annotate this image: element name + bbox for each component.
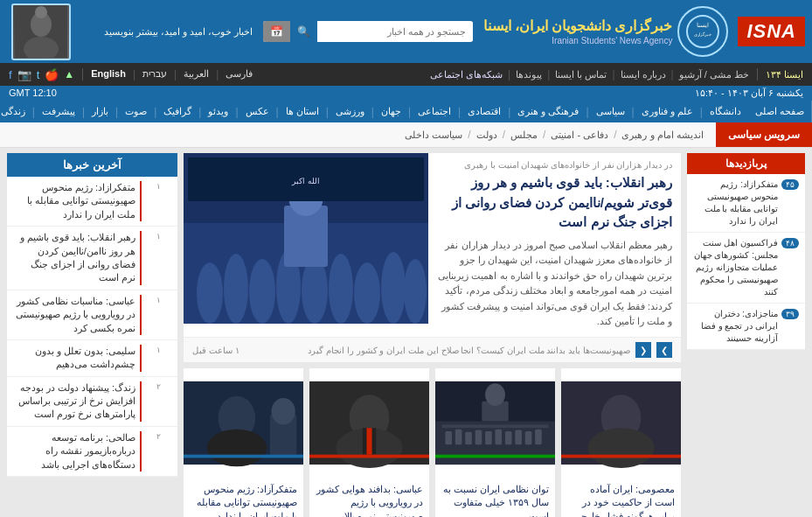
nav-life[interactable]: زندگی — [0, 101, 32, 122]
svg-rect-30 — [455, 430, 462, 445]
nav-graphic[interactable]: گرافیک — [156, 101, 198, 122]
news-item-6[interactable]: ۲ صالحی: برنامه توسعه درباره‌بازیمور نقش… — [7, 427, 177, 477]
news-item-1[interactable]: ۱ متفکرازاد: رژیم منحوس صهیونیستی توانای… — [7, 177, 177, 227]
card-1: معصومی: ایران آماده است از حاکمیت خود در… — [561, 368, 681, 517]
nav-photo[interactable]: عکس — [239, 101, 276, 122]
nav-contact[interactable]: تماس با ایسنا — [555, 69, 607, 80]
lang-hebrew[interactable]: עברית — [142, 68, 167, 80]
svg-point-17 — [404, 259, 427, 324]
separator-2: / — [543, 129, 545, 141]
twitter-icon[interactable]: t — [37, 68, 40, 81]
news-item-4[interactable]: ۱ سلیمی: بدون تعلل و بدون چشم‌داشت می‌ده… — [7, 340, 177, 377]
svg-rect-46 — [366, 428, 371, 454]
gmt-time: GMT 12:10 — [9, 87, 57, 99]
lang-english[interactable]: English — [91, 68, 126, 80]
popular-count-1: ۴۵ — [781, 179, 799, 190]
news-text-5: زندگ: پیشنهاد دولت در بودجه افزایش نرخ ا… — [14, 381, 135, 422]
nav-economy[interactable]: اقتصادی — [461, 101, 508, 122]
news-item-2[interactable]: ۱ رهبر انقلاب: باید قوی باشیم و هر روز ن… — [7, 227, 177, 290]
logo-text-area: خبرگزاری دانشجویان ایران، ایسنا Iranian … — [483, 17, 672, 45]
news-text-6: صالحی: برنامه توسعه درباره‌بازیمور نقشه … — [14, 431, 135, 472]
breadcrumb-5[interactable]: سیاست داخلی — [399, 125, 468, 145]
nav-university[interactable]: دانشگاه — [703, 101, 748, 122]
breadcrumb-1[interactable]: اندیشه امام و رهبری — [616, 125, 708, 145]
news-time-2: ۱ — [146, 231, 170, 285]
featured-title[interactable]: رهبر انقلاب: باید قوی باشیم و هر روز قوی… — [437, 173, 672, 233]
nav-world[interactable]: جهان — [374, 101, 408, 122]
svg-rect-28 — [442, 424, 549, 428]
nav-social[interactable]: اجتماعی — [411, 101, 458, 122]
time-bar: GMT 12:10 یکشنبه ۶ آبان ۱۴۰۳ - ۱۵:۴۰ — [0, 86, 812, 101]
popular-count-3: ۳۹ — [781, 309, 799, 319]
svg-point-52 — [271, 398, 295, 424]
svg-point-14 — [329, 254, 353, 324]
nav-culture[interactable]: فرهنگی و هنری — [510, 101, 586, 122]
agency-persian-text: خبرگزاری دانشجویان ایران، ایسنا — [483, 17, 672, 34]
lang-links: فارسی | العربیة | עברית | English — [91, 68, 253, 80]
persian-date: یکشنبه ۶ آبان ۱۴۰۳ - ۱۵:۴۰ — [695, 87, 803, 99]
svg-point-24 — [587, 428, 654, 468]
facebook-icon[interactable]: f — [9, 68, 12, 81]
nav-about[interactable]: درباره ایسنا — [621, 69, 666, 80]
svg-text:ایسنا: ایسنا — [697, 22, 709, 29]
search-input[interactable] — [317, 22, 473, 41]
next-arrow[interactable]: ❮ — [635, 342, 651, 358]
nav-market[interactable]: بازار — [85, 101, 115, 122]
popular-item-1[interactable]: ۴۵ متفکرازاد: رژیم منحوس صهیونیستی توانا… — [687, 174, 805, 233]
featured-footer: ❯ ❮ صهیونیست‌ها باید بدانند ملت ایران کی… — [184, 337, 681, 362]
nav-pivendha[interactable]: پیوندها — [516, 69, 542, 80]
svg-point-13 — [302, 257, 328, 324]
nav-politics[interactable]: سیاسی — [589, 101, 632, 122]
svg-point-11 — [249, 259, 275, 324]
nav-science[interactable]: علم و فناوری — [635, 101, 700, 122]
nav-provinces[interactable]: استان ها — [279, 101, 326, 122]
popular-item-2[interactable]: ۴۸ فراکسیون اهل سنت مجلس: کشورهای جهان ع… — [687, 233, 805, 304]
card-1-image — [561, 368, 681, 478]
featured-summary: رهبر معظم انقلاب اسلامی صبح امروز در دید… — [437, 238, 672, 331]
card-3: عباسی: بدافند هوایی کشور در رویارویی با … — [309, 368, 429, 517]
calendar-icon[interactable]: 📅 — [263, 21, 290, 42]
apple-icon[interactable]: 🍎 — [45, 68, 59, 81]
news-item-3[interactable]: ۱ عباسی: مناسبات نظامی کشور در رویارویی … — [7, 290, 177, 340]
svg-text:خبرگزاری: خبرگزاری — [694, 31, 711, 38]
lang-farsi[interactable]: فارسی — [226, 68, 253, 80]
nav-audio[interactable]: صوت — [118, 101, 154, 122]
top-header: ISNA ایسنا خبرگزاری خبرگزاری دانشجویان ا… — [0, 0, 812, 63]
instagram-icon[interactable]: 📷 — [17, 68, 31, 81]
breadcrumb-4[interactable]: دولت — [471, 125, 503, 145]
card-3-title[interactable]: عباسی: بدافند هوایی کشور در رویارویی با … — [309, 478, 429, 517]
news-item-5[interactable]: ۲ زندگ: پیشنهاد دولت در بودجه افزایش نرخ… — [7, 377, 177, 427]
header-search-area: 🔍 📅 — [253, 21, 483, 42]
card-2-title[interactable]: توان نظامی ایران نسبت به سال ۱۳۵۹ خیلی م… — [435, 478, 555, 517]
popular-text-3: مناجزادی: دختران ایرانی در تجمع و فضا آز… — [693, 308, 778, 345]
active-section-badge[interactable]: سرویس سیاسی — [716, 122, 812, 147]
nav-main[interactable]: صفحه اصلی — [748, 101, 812, 122]
search-icon[interactable]: 🔍 — [290, 21, 317, 42]
featured-label: در دیدار هزاران نفر از خانواده‌های شهیدا… — [437, 160, 672, 170]
prev-arrow[interactable]: ❯ — [656, 342, 672, 358]
nav-video[interactable]: ویدئو — [201, 101, 235, 122]
popular-item-3[interactable]: ۳۹ مناجزادی: دختران ایرانی در تجمع و فضا… — [687, 304, 805, 350]
svg-point-50 — [207, 430, 267, 467]
nav-policy[interactable]: خط مشی / آرشیو — [679, 69, 749, 80]
lang-arabic[interactable]: العربیة — [184, 68, 209, 80]
logo-icon: ایسنا خبرگزاری — [677, 6, 728, 57]
svg-point-6 — [35, 6, 47, 18]
nav-sports[interactable]: ورزشی — [329, 101, 371, 122]
breadcrumb-3[interactable]: مجلس — [505, 125, 543, 145]
svg-rect-34 — [496, 430, 503, 445]
separator-1: / — [614, 129, 616, 141]
card-4-title[interactable]: متفکرآزاد: رژیم منحوس صهیونیستی توانایی … — [184, 478, 303, 517]
center-content: در دیدار هزاران نفر از خانواده‌های شهیدا… — [184, 153, 681, 517]
breadcrumb-2[interactable]: دفاعی - امنیتی — [545, 125, 614, 145]
main-nav: صفحه اصلی دانشگاه | علم و فناوری | سیاسی… — [0, 101, 812, 122]
separator-3: / — [503, 129, 505, 141]
featured-article: در دیدار هزاران نفر از خانواده‌های شهیدا… — [184, 153, 681, 362]
sub-nav: سرویس سیاسی اندیشه امام و رهبری / دفاعی … — [0, 122, 812, 148]
news-text-1: متفکرازاد: رژیم منحوس صهیونیستی توانایی … — [14, 181, 135, 221]
card-1-title[interactable]: معصومی: ایران آماده است از حاکمیت خود در… — [561, 478, 681, 517]
isna-badge: ISNA — [738, 17, 805, 46]
nav-progress[interactable]: پیشرفت — [35, 101, 82, 122]
svg-rect-33 — [485, 431, 492, 444]
android-icon[interactable]: ▲ — [64, 68, 74, 80]
